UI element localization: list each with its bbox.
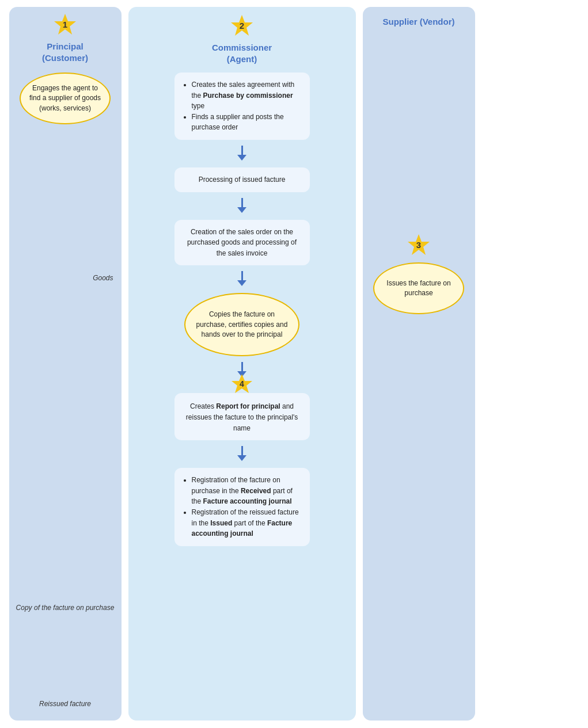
reissued-facture-label: Reissued facture — [13, 699, 118, 709]
svg-text:4: 4 — [240, 379, 244, 388]
supplier-badge: 3 — [407, 233, 431, 259]
step5-card: Registration of the facture on purchase … — [174, 468, 310, 546]
arrow-down-1 — [237, 146, 246, 162]
arrow-down-2 — [237, 198, 246, 214]
principal-badge: 1 — [53, 13, 77, 39]
supplier-title: Supplier (Vendor) — [382, 16, 454, 28]
principal-column: 1 Principal (Customer) Engages the agent… — [9, 7, 122, 721]
step2-card: Processing of issued facture — [174, 167, 310, 192]
step3-card: Creation of the sales order on the purch… — [174, 220, 310, 266]
arrow-down-3 — [237, 271, 246, 287]
principal-title: Principal (Customer) — [42, 41, 88, 63]
commissioner-column: 2 Commissioner (Agent) Creates the sales… — [128, 7, 356, 721]
commissioner-title: Commissioner (Agent) — [212, 42, 272, 64]
supplier-oval: Issues the facture on purchase — [373, 262, 464, 314]
goods-to-principal-label: Goods — [13, 274, 118, 282]
svg-text:1: 1 — [63, 20, 67, 29]
commissioner-badge: 2 — [230, 14, 254, 40]
badge4-area: 4 Creates Report for principal and reiss… — [174, 384, 310, 440]
copy-facture-label: Copy of the facture on purchase — [13, 603, 118, 613]
step4-card: Creates Report for principal and reissue… — [174, 393, 310, 440]
svg-text:3: 3 — [416, 240, 421, 250]
supplier-column: Supplier (Vendor) 3 Issues the facture o… — [363, 7, 475, 721]
principal-oval: Engages the agent to find a supplier of … — [20, 73, 111, 124]
svg-text:2: 2 — [240, 21, 244, 31]
arrow-down-5 — [237, 446, 246, 462]
step1-card: Creates the sales agreement with the Pur… — [174, 73, 310, 140]
oval-copies-facture: Copies the facture on purchase, certifie… — [184, 293, 299, 356]
